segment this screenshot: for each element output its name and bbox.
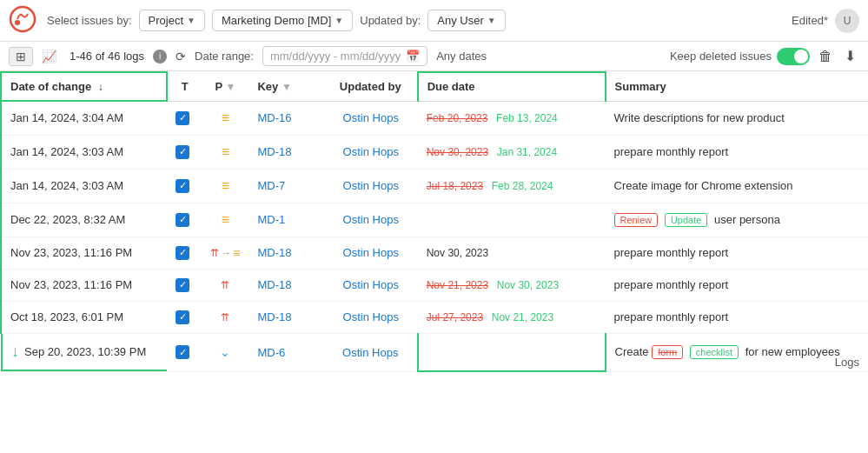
date-cell: ↓ Sep 20, 2023, 10:39 PM (1, 334, 167, 371)
date-range-input[interactable]: mm/dd/yyyy - mm/dd/yyyy 📅 (262, 46, 427, 66)
due-date-new: Jan 31, 2024 (497, 146, 557, 158)
priority-eq-icon: ≡ (233, 246, 240, 260)
key-link[interactable]: MD-1 (257, 213, 285, 226)
summary-header: Summary (606, 72, 868, 101)
due-date-cell (418, 333, 606, 371)
grid-view-btn[interactable]: ⊞ (9, 47, 33, 66)
download-icon[interactable]: ⬇ (841, 46, 859, 66)
priority-cell: ⌄ (202, 333, 248, 371)
key-cell: MD-6 (248, 333, 323, 371)
checklist-badge: checklist (690, 345, 739, 359)
project-label: Project (149, 14, 183, 27)
key-filter-icon[interactable]: ▼ (282, 81, 292, 93)
key-cell: MD-18 (248, 135, 323, 169)
updated-by-cell: Ostin Hops (324, 301, 418, 333)
updated-by-link[interactable]: Ostin Hops (343, 111, 399, 124)
date-cell: Nov 23, 2023, 11:16 PM (1, 269, 167, 301)
priority-cell: ≡ (202, 203, 248, 236)
key-link[interactable]: MD-18 (257, 278, 291, 291)
priority-change: ⇈ → ≡ (210, 246, 240, 260)
due-date-new: Feb 13, 2024 (496, 112, 558, 124)
priority-medium-icon: ≡ (222, 212, 229, 227)
updated-by-link[interactable]: Ostin Hops (343, 179, 399, 192)
summary-cell: Reniew Update user persona (606, 203, 868, 236)
date-sort-icon[interactable]: ↓ (98, 81, 103, 93)
key-link[interactable]: MD-6 (257, 346, 285, 359)
priority-cell: ⇈ (202, 269, 248, 301)
priority-cell: ≡ (202, 169, 248, 203)
updated-by-link[interactable]: Ostin Hops (342, 346, 398, 359)
updated-by-cell: Ostin Hops (324, 269, 418, 301)
type-checkbox: ✓ (176, 278, 189, 292)
key-link[interactable]: MD-7 (257, 179, 285, 192)
due-date-cell: Jul 27, 2023 Nov 21, 2023 (418, 301, 606, 333)
edited-label: Edited* (792, 14, 828, 27)
table-row: Dec 22, 2023, 8:32 AM ✓ ≡ MD-1 Ostin Hop… (1, 203, 868, 236)
logs-footer-label: Logs (835, 356, 859, 369)
type-checkbox: ✓ (176, 213, 189, 227)
updated-by-link[interactable]: Ostin Hops (343, 278, 399, 291)
renew-badge: Reniew (614, 213, 659, 227)
due-date-cell: Nov 30, 2023 Jan 31, 2024 (418, 135, 606, 169)
date-cell: Oct 18, 2023, 6:01 PM (1, 301, 167, 333)
marketing-demo-dropdown-btn[interactable]: Marketing Demo [MD] ▼ (212, 10, 353, 31)
updated-by-cell: Ostin Hops (324, 101, 418, 135)
key-link[interactable]: MD-18 (257, 145, 291, 158)
due-date-old: Nov 30, 2023 (427, 146, 488, 158)
table-row: Nov 23, 2023, 11:16 PM ✓ ⇈ → ≡ MD-18 Ost… (1, 236, 868, 269)
green-down-arrow-icon: ↓ (11, 343, 19, 361)
due-date-old: Jul 27, 2023 (427, 311, 483, 323)
key-cell: MD-16 (248, 101, 323, 135)
updated-by-link[interactable]: Ostin Hops (343, 310, 399, 323)
key-link[interactable]: MD-16 (257, 111, 291, 124)
type-cell: ✓ (167, 236, 202, 269)
keep-deleted-toggle[interactable] (777, 48, 810, 65)
type-checkbox: ✓ (176, 345, 189, 359)
key-cell: MD-1 (248, 203, 323, 236)
priority-medium-icon: ≡ (222, 110, 229, 125)
summary-cell: Write descriptions for new product (606, 101, 868, 135)
date-cell: Jan 14, 2024, 3:03 AM (1, 135, 167, 169)
chart-view-btn[interactable]: 📈 (36, 47, 61, 66)
issues-table-wrapper: Date of change ↓ T P ▼ Key ▼ Updated by (0, 71, 868, 372)
key-link[interactable]: MD-18 (257, 310, 291, 323)
due-date-new: Feb 28, 2024 (492, 180, 553, 192)
select-issues-label: Select issues by: (47, 14, 132, 27)
table-row: Oct 18, 2023, 6:01 PM ✓ ⇈ MD-18 Ostin Ho… (1, 301, 868, 333)
updated-by-link[interactable]: Ostin Hops (343, 145, 399, 158)
table-row: Jan 14, 2024, 3:04 AM ✓ ≡ MD-16 Ostin Ho… (1, 101, 868, 135)
type-cell: ✓ (167, 301, 202, 333)
type-checkbox: ✓ (176, 145, 189, 159)
any-user-dropdown-btn[interactable]: Any User ▼ (427, 10, 505, 31)
any-user-label: Any User (437, 14, 483, 27)
priority-filter-icon[interactable]: ▼ (225, 81, 235, 93)
form-badge: form (652, 345, 683, 359)
due-date-plain: Nov 30, 2023 (427, 247, 488, 259)
updated-by-link[interactable]: Ostin Hops (343, 213, 399, 226)
info-icon[interactable]: i (153, 50, 167, 63)
updated-by-cell: Ostin Hops (324, 203, 418, 236)
priority-medium-icon: ≡ (222, 178, 229, 193)
svg-point-1 (15, 20, 20, 25)
summary-cell: prepare monthly report (606, 301, 868, 333)
updated-by-cell: Ostin Hops (324, 169, 418, 203)
updated-by-cell: Ostin Hops (324, 333, 418, 371)
refresh-icon[interactable]: ⟳ (176, 50, 186, 63)
arrow-up-icon: ⇈ (221, 311, 229, 323)
summary-cell: Create form checklist for new employees (606, 333, 868, 371)
profile-icon[interactable]: U (835, 9, 859, 33)
project-dropdown-arrow: ▼ (187, 16, 195, 25)
date-range-placeholder: mm/dd/yyyy - mm/dd/yyyy (270, 50, 401, 63)
key-link[interactable]: MD-18 (257, 246, 291, 259)
summary-suffix: for new employees (745, 345, 840, 358)
calendar-icon[interactable]: 📅 (406, 50, 420, 63)
trash-icon[interactable]: 🗑 (815, 47, 836, 66)
project-dropdown-btn[interactable]: Project ▼ (139, 10, 205, 31)
due-date-old: Jul 18, 2023 (427, 180, 483, 192)
due-date-cell: Jul 18, 2023 Feb 28, 2024 (418, 169, 606, 203)
summary-cell: prepare monthly report (606, 236, 868, 269)
updated-by-link[interactable]: Ostin Hops (343, 246, 399, 259)
svg-point-0 (10, 7, 35, 31)
date-text: Sep 20, 2023, 10:39 PM (24, 345, 146, 358)
due-date-cell: Feb 20, 2023 Feb 13, 2024 (418, 101, 606, 135)
